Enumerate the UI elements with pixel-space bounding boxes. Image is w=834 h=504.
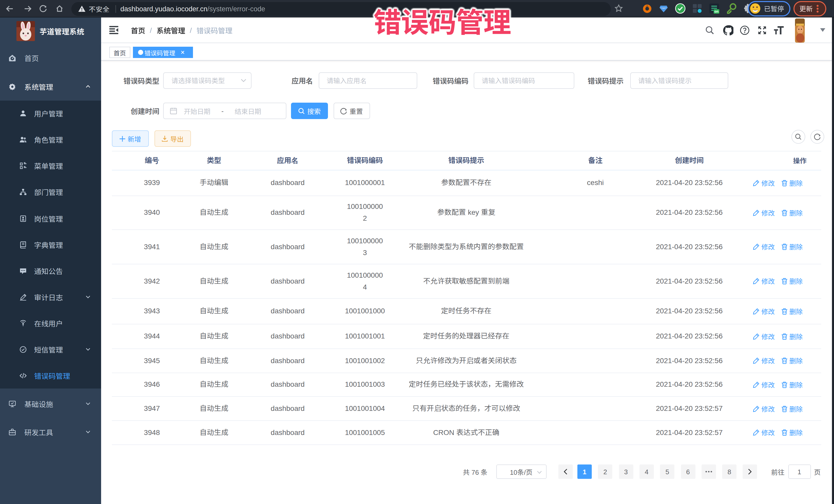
svg-text:on: on xyxy=(715,9,719,13)
